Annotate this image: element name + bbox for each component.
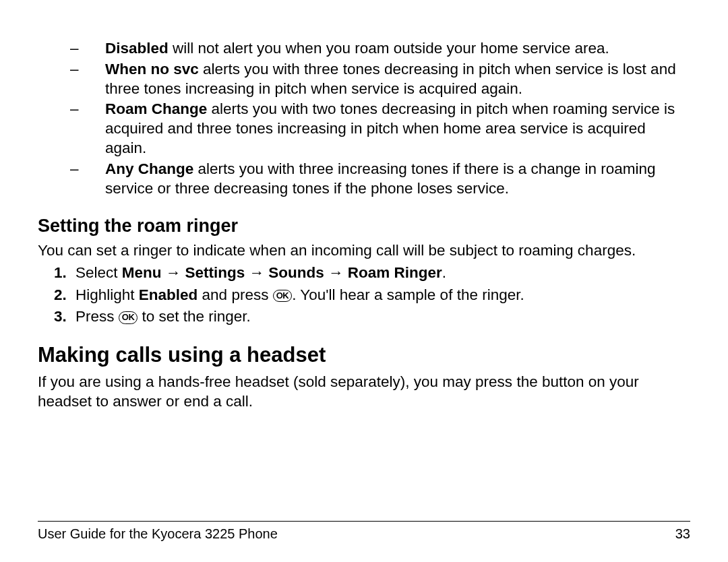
list-item: – Disabled will not alert you when you r…	[105, 39, 690, 59]
step-text-post: to set the ringer.	[138, 308, 251, 325]
page-number: 33	[675, 526, 690, 543]
section-heading-roam-ringer: Setting the roam ringer	[38, 214, 690, 238]
dash-icon: –	[70, 39, 79, 59]
list-item: – Roam Change alerts you with two tones …	[105, 100, 690, 158]
page-footer: User Guide for the Kyocera 3225 Phone 33	[38, 521, 690, 543]
step-item: 3. Press OK to set the ringer.	[54, 307, 690, 327]
option-name: Disabled	[105, 40, 169, 57]
list-item: – Any Change alerts you with three incre…	[105, 160, 690, 199]
steps-list: 1. Select Menu → Settings → Sounds → Roa…	[54, 263, 690, 327]
step-text-pre: Highlight	[75, 286, 139, 303]
step-text-pre: Press	[75, 308, 119, 325]
step-number: 2.	[54, 286, 67, 305]
option-name: Roam Change	[105, 100, 207, 117]
option-enabled: Enabled	[139, 286, 198, 303]
step-item: 1. Select Menu → Settings → Sounds → Roa…	[54, 263, 690, 283]
ok-button-icon: OK	[273, 290, 293, 302]
step-number: 1.	[54, 263, 67, 283]
step-text-post: . You'll hear a sample of the ringer.	[292, 286, 524, 303]
section-body: If you are using a hands-free headset (s…	[38, 373, 690, 412]
dash-icon: –	[70, 60, 79, 80]
list-item: – When no svc alerts you with three tone…	[105, 60, 690, 99]
step-text-mid: and press	[198, 286, 272, 303]
dash-icon: –	[70, 160, 79, 179]
option-name: When no svc	[105, 61, 199, 77]
option-desc: will not alert you when you roam outside…	[169, 40, 609, 57]
alert-options-list: – Disabled will not alert you when you r…	[105, 39, 690, 198]
step-item: 2. Highlight Enabled and press OK. You'l…	[54, 286, 690, 305]
step-text-post: .	[442, 264, 446, 281]
section-body: You can set a ringer to indicate when an…	[38, 241, 690, 261]
ok-button-icon: OK	[119, 311, 138, 323]
section-heading-headset: Making calls using a headset	[38, 342, 690, 369]
option-name: Any Change	[105, 160, 193, 177]
footer-title: User Guide for the Kyocera 3225 Phone	[38, 526, 278, 543]
step-text-pre: Select	[75, 264, 122, 281]
dash-icon: –	[70, 100, 79, 119]
menu-path: Menu → Settings → Sounds → Roam Ringer	[122, 264, 442, 281]
step-number: 3.	[54, 307, 67, 327]
